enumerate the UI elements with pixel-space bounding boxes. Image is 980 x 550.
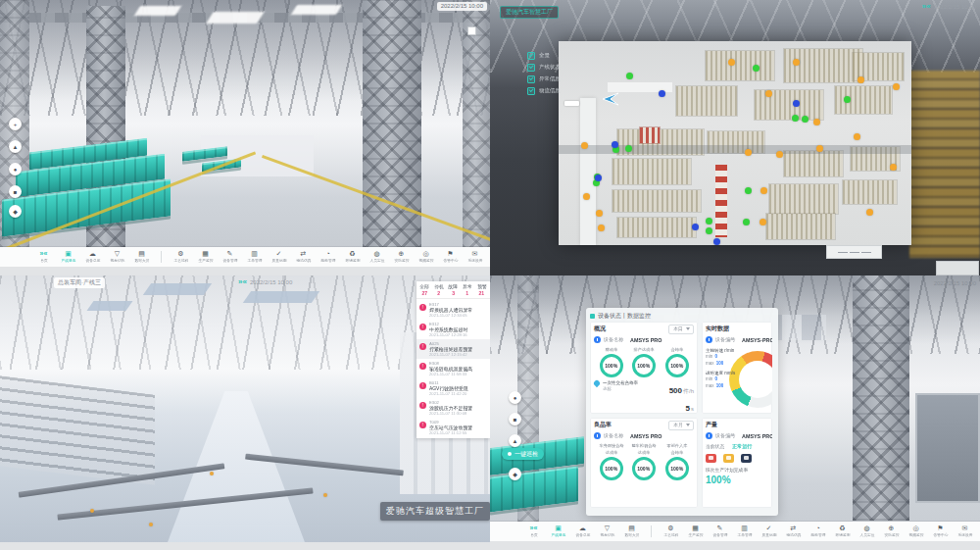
toolbar-viewpoint[interactable]: ▽ 视角切换 bbox=[105, 250, 129, 264]
map-status-marker[interactable] bbox=[776, 151, 783, 158]
toolbar-environment[interactable]: ♻ 环境监测 bbox=[830, 525, 855, 538]
alarm-row[interactable]: ! A025 拧紧枪扭矩超差预警 2021-11-07 12:15:42 bbox=[416, 339, 490, 359]
toolbar-logistics[interactable]: ⇄ 物流仿真 bbox=[781, 525, 806, 538]
map-status-marker[interactable] bbox=[581, 142, 588, 149]
map-status-marker[interactable] bbox=[598, 225, 605, 231]
map-status-marker[interactable] bbox=[595, 175, 602, 181]
toolbar-bigscreen[interactable]: ▤ 数据大屏 bbox=[129, 250, 154, 264]
scene-marker-button[interactable]: ▲ bbox=[9, 140, 22, 153]
toolbar-video[interactable]: ◎ 视频监控 bbox=[904, 525, 928, 538]
alarm-tab[interactable]: 全部 27 bbox=[417, 283, 432, 296]
toolbar-settings[interactable]: ✉ 系统设置 bbox=[953, 525, 977, 538]
scene-marker-button[interactable]: ▲ bbox=[509, 434, 521, 447]
map-status-marker[interactable] bbox=[745, 187, 752, 194]
toolbar-security[interactable]: ⊕ 安防监控 bbox=[389, 250, 414, 264]
toolbar-overview[interactable]: ☁ 设备总览 bbox=[80, 250, 105, 264]
toolbar-energy[interactable]: ◔ 能耗管理 bbox=[806, 525, 830, 538]
layer-checkbox-row[interactable]: 物流信息 bbox=[527, 86, 563, 95]
viewport-line-roam[interactable]: 2022/2/15 10:00 +▲●■◆ »« 首页 ▣ 产线漫游 ☁ 设备总… bbox=[0, 0, 490, 275]
toolbar-roam[interactable]: ▣ 产线漫游 bbox=[56, 250, 80, 264]
viewport-dashboard[interactable]: 2022/2/15 10:00 ●■▲◆ 一键巡检 设备状态丨数据监控 概况 本… bbox=[490, 275, 980, 550]
map-status-marker[interactable] bbox=[612, 141, 618, 148]
toolbar-viewpoint[interactable]: ▽ 视角切换 bbox=[595, 525, 619, 538]
map-status-marker[interactable] bbox=[753, 65, 760, 72]
map-status-marker[interactable] bbox=[866, 209, 873, 216]
scene-marker-button[interactable]: + bbox=[9, 118, 22, 130]
patrol-button[interactable]: 一键巡检 bbox=[502, 448, 544, 460]
toolbar-quality[interactable]: ✓ 质量追溯 bbox=[267, 250, 291, 264]
map-status-marker[interactable] bbox=[760, 219, 766, 225]
scene-marker-button[interactable]: ■ bbox=[509, 413, 521, 425]
toolbar-security[interactable]: ⊕ 安防监控 bbox=[879, 525, 904, 538]
alarm-row[interactable]: ! E302 涂胶机压力不足报警 2021-11-07 11:30:08 bbox=[416, 398, 490, 418]
toolbar-personnel[interactable]: ◍ 人员定位 bbox=[365, 250, 389, 264]
map-status-marker[interactable] bbox=[858, 76, 864, 83]
toolbar-environment[interactable]: ♻ 环境监测 bbox=[340, 250, 365, 264]
map-status-marker[interactable] bbox=[745, 149, 752, 156]
toolbar-alert[interactable]: ⚑ 告警中心 bbox=[438, 250, 463, 264]
toolbar-settings[interactable]: ✉ 系统设置 bbox=[463, 250, 487, 264]
map-status-marker[interactable] bbox=[743, 219, 750, 225]
toolbar-process[interactable]: ⚙ 工艺流程 bbox=[169, 250, 193, 264]
toolbar-alert[interactable]: ⚑ 告警中心 bbox=[928, 525, 953, 538]
alarm-tab[interactable]: 预警 21 bbox=[474, 283, 489, 296]
scene-marker-button[interactable]: ● bbox=[9, 163, 22, 175]
alarm-tab[interactable]: 故障 3 bbox=[446, 283, 461, 296]
toolbar-equipment[interactable]: ✎ 设备管理 bbox=[218, 250, 242, 264]
scene-marker-button[interactable]: ■ bbox=[9, 185, 22, 198]
map-status-marker[interactable] bbox=[596, 210, 603, 217]
status-chip[interactable] bbox=[741, 454, 752, 463]
map-status-marker[interactable] bbox=[713, 238, 720, 245]
alarm-row[interactable]: ! E317 焊接机器人通讯异常 2021-11-07 12:34:05 bbox=[416, 300, 490, 320]
alarm-row[interactable]: ! E308 输送链电机温度偏高 2021-11-07 11:58:33 bbox=[416, 359, 490, 378]
toolbar-video[interactable]: ◎ 视频监控 bbox=[414, 250, 438, 264]
status-chip[interactable] bbox=[723, 454, 734, 463]
toolbar-roam[interactable]: ▣ 产线漫游 bbox=[546, 525, 570, 538]
map-status-marker[interactable] bbox=[802, 116, 808, 123]
layer-checkbox-row[interactable]: 异常信息 bbox=[527, 75, 563, 83]
toolbar-overview[interactable]: ☁ 设备总览 bbox=[570, 525, 595, 538]
toolbar-production[interactable]: ▦ 生产监控 bbox=[683, 525, 708, 538]
scene-marker-button[interactable]: ◆ bbox=[509, 468, 521, 480]
map-status-marker[interactable] bbox=[728, 59, 735, 66]
toolbar-logistics[interactable]: ⇄ 物流仿真 bbox=[291, 250, 316, 264]
range-dropdown[interactable]: 本月 bbox=[668, 421, 694, 430]
toolbar-bigscreen[interactable]: ▤ 数据大屏 bbox=[619, 525, 644, 538]
map-status-marker[interactable] bbox=[706, 227, 712, 234]
toolbar-home[interactable]: »« 首页 bbox=[31, 250, 56, 264]
toolbar-personnel[interactable]: ◍ 人员定位 bbox=[855, 525, 879, 538]
status-chip[interactable] bbox=[706, 454, 716, 463]
toolbar-workorder[interactable]: ▥ 工单管理 bbox=[732, 525, 757, 538]
toolbar-workorder[interactable]: ▥ 工单管理 bbox=[242, 250, 267, 264]
floorplan-map[interactable] bbox=[559, 41, 911, 245]
range-dropdown[interactable]: 本日 bbox=[668, 325, 694, 334]
toolbar-production[interactable]: ▦ 生产监控 bbox=[193, 250, 218, 264]
map-status-marker[interactable] bbox=[792, 115, 799, 122]
map-status-marker[interactable] bbox=[706, 218, 712, 225]
map-status-marker[interactable] bbox=[793, 100, 800, 107]
scene-marker-button[interactable]: ● bbox=[509, 391, 521, 404]
map-status-marker[interactable] bbox=[765, 90, 772, 97]
map-status-marker[interactable] bbox=[692, 224, 699, 230]
alarm-tab[interactable]: 停机 2 bbox=[432, 283, 447, 296]
minimap[interactable] bbox=[936, 261, 979, 275]
alarm-row[interactable]: ! T009 空压站气压波动预警 2021-11-07 11:12:55 bbox=[416, 418, 490, 437]
map-status-marker[interactable] bbox=[890, 164, 897, 171]
map-status-marker[interactable] bbox=[893, 83, 900, 90]
map-status-marker[interactable] bbox=[813, 119, 820, 125]
alarm-tab[interactable]: 异常 1 bbox=[461, 283, 475, 296]
map-status-marker[interactable] bbox=[760, 187, 767, 194]
alarm-row[interactable]: ! E312 中控系统数据超时 2021-11-07 12:28:16 bbox=[416, 320, 490, 339]
alarm-row[interactable]: ! B011 AGV行驶路径受阻 2021-11-07 11:42:20 bbox=[416, 378, 490, 398]
viewport-plant-map[interactable]: 全景 产线状态 异常信息 物流信息 爱驰汽车智慧工厂 »« 2022/2/15 … bbox=[490, 0, 980, 275]
layer-checkbox-row[interactable]: 全景 bbox=[527, 51, 563, 60]
toolbar-equipment[interactable]: ✎ 设备管理 bbox=[708, 525, 732, 538]
viewport-workshop[interactable]: 总装车间·产线三 »« 2022/2/15 10:00 全部 27 停机 2 故… bbox=[0, 275, 490, 550]
toolbar-quality[interactable]: ✓ 质量追溯 bbox=[757, 525, 781, 538]
map-status-marker[interactable] bbox=[854, 133, 860, 140]
toolbar-energy[interactable]: ◔ 能耗管理 bbox=[316, 250, 340, 264]
map-status-marker[interactable] bbox=[659, 90, 665, 97]
map-status-marker[interactable] bbox=[793, 59, 800, 66]
layer-checkbox-row[interactable]: 产线状态 bbox=[527, 63, 563, 72]
toolbar-process[interactable]: ⚙ 工艺流程 bbox=[659, 525, 683, 538]
